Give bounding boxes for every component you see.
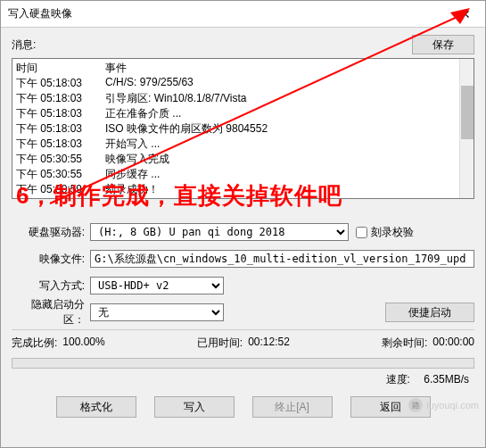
verify-checkbox[interactable] — [356, 227, 367, 238]
image-path-input[interactable] — [90, 250, 474, 268]
drive-select[interactable]: (H:, 8 GB) U pan qi dong 2018 — [90, 223, 349, 241]
write-mode-label: 写入方式: — [12, 278, 90, 294]
verify-label: 刻录校验 — [371, 225, 414, 240]
log-listbox[interactable]: 时间 事件 下午 05:18:03C/H/S: 979/255/63 下午 05… — [12, 58, 474, 199]
drive-label: 硬盘驱动器: — [12, 225, 90, 240]
elapsed-value: 00:12:52 — [248, 336, 290, 351]
stop-button: 终止[A] — [252, 396, 333, 418]
portable-boot-button[interactable]: 便捷启动 — [385, 303, 474, 322]
scrollbar-thumb[interactable] — [461, 86, 474, 139]
write-button[interactable]: 写入 — [154, 396, 235, 418]
message-label: 消息: — [12, 37, 412, 53]
close-button[interactable]: ✕ — [445, 1, 485, 28]
remain-label: 剩余时间: — [382, 336, 427, 351]
log-row: 下午 05:30:55同步缓存 ... — [16, 167, 470, 182]
save-button[interactable]: 保存 — [412, 35, 474, 54]
log-header-event: 事件 — [105, 61, 127, 76]
watermark: 路 luyouqi.com — [408, 398, 479, 412]
speed-value: 6.35MB/s — [424, 373, 469, 386]
speed-label: 速度: — [386, 373, 410, 386]
percent-label: 完成比例: — [12, 336, 57, 351]
titlebar: 写入硬盘映像 ✕ — [1, 1, 485, 28]
progress-bar — [12, 358, 474, 369]
log-row: 下午 05:18:03C/H/S: 979/255/63 — [16, 76, 470, 91]
window-title: 写入硬盘映像 — [8, 6, 445, 21]
log-row: 下午 05:30:55映像写入完成 — [16, 152, 470, 167]
log-row: 下午 05:18:03正在准备介质 ... — [16, 106, 470, 121]
status-row: 完成比例: 100.00% 已用时间: 00:12:52 剩余时间: 00:00… — [12, 336, 474, 351]
log-header-time: 时间 — [16, 61, 105, 76]
verify-checkbox-row[interactable]: 刻录校验 — [356, 225, 414, 240]
remain-value: 00:00:00 — [432, 336, 474, 351]
log-row: 下午 05:18:03引导扇区: Win10/8.1/8/7/Vista — [16, 91, 470, 106]
hidden-partition-select[interactable]: 无 — [90, 303, 224, 321]
image-label: 映像文件: — [12, 252, 90, 267]
percent-value: 100.00% — [62, 336, 104, 351]
scrollbar-vertical[interactable] — [459, 59, 474, 198]
log-row: 下午 05:30:59刻录成功！ — [16, 182, 470, 197]
format-button[interactable]: 格式化 — [56, 396, 136, 418]
main-window: 写入硬盘映像 ✕ 消息: 保存 时间 事件 下午 05:18:03C/H/S: … — [0, 0, 486, 448]
write-mode-select[interactable]: USB-HDD+ v2 — [90, 277, 224, 295]
log-row: 下午 05:18:03ISO 映像文件的扇区数为 9804552 — [16, 121, 470, 137]
divider — [12, 329, 474, 330]
elapsed-label: 已用时间: — [197, 336, 243, 351]
log-row: 下午 05:18:03开始写入 ... — [16, 137, 470, 152]
watermark-text: luyouqi.com — [426, 400, 479, 411]
watermark-icon: 路 — [408, 398, 423, 412]
log-header: 时间 事件 — [16, 61, 470, 76]
hidden-partition-label: 隐藏启动分区： — [12, 297, 90, 328]
